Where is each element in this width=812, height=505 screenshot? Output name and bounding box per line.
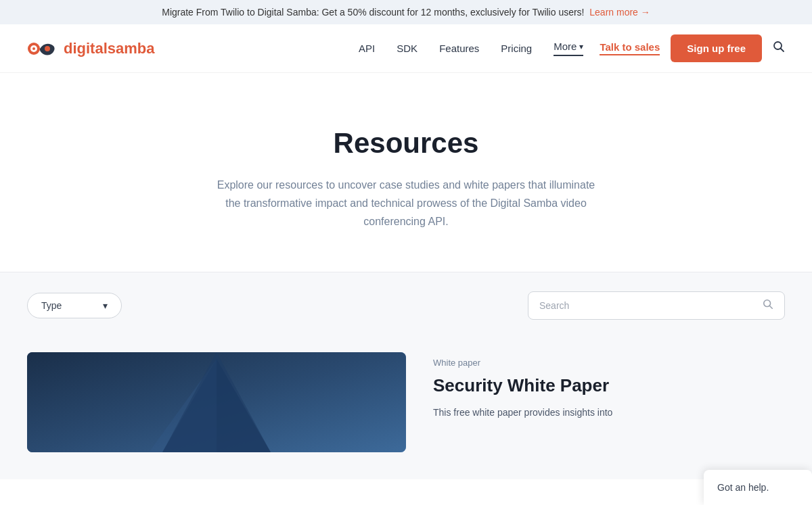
nav-item-api[interactable]: API [359, 43, 375, 54]
talk-to-sales-link[interactable]: Talk to sales [600, 41, 660, 55]
card-content: White paper Security White Paper This fr… [433, 352, 785, 420]
signup-button[interactable]: Sign up free [671, 34, 762, 62]
nav-item-more[interactable]: More ▾ [554, 41, 583, 56]
card-tag: White paper [433, 358, 785, 368]
type-label: Type [41, 300, 62, 311]
card-description: This free white paper provides insights … [433, 405, 785, 420]
svg-point-2 [32, 47, 35, 50]
svg-point-3 [45, 46, 50, 51]
announcement-banner: Migrate From Twilio to Digital Samba: Ge… [0, 0, 812, 24]
logo[interactable]: digitalsamba [27, 39, 155, 58]
svg-line-7 [769, 306, 772, 308]
content-section: White paper Security White Paper This fr… [0, 339, 812, 479]
svg-rect-8 [27, 352, 406, 452]
navbar: digitalsamba API SDK Features Pricing Mo… [0, 24, 812, 73]
type-dropdown[interactable]: Type ▾ [27, 293, 122, 318]
svg-line-5 [781, 49, 784, 52]
nav-item-pricing[interactable]: Pricing [501, 43, 532, 54]
svg-marker-9 [162, 359, 271, 452]
chat-widget[interactable]: Got an help. [704, 470, 812, 479]
dropdown-chevron-icon: ▾ [103, 300, 108, 311]
filter-section: Type ▾ [0, 272, 812, 339]
banner-text: Migrate From Twilio to Digital Samba: Ge… [162, 7, 584, 18]
logo-icon [27, 39, 57, 58]
nav-links: API SDK Features Pricing More ▾ [359, 41, 583, 56]
search-icon[interactable] [763, 299, 773, 312]
hero-description: Explore our resources to uncover case st… [217, 176, 595, 231]
logo-text: digitalsamba [64, 40, 155, 57]
nav-item-sdk[interactable]: SDK [397, 43, 418, 54]
search-icon[interactable] [773, 41, 785, 56]
search-box [528, 291, 785, 320]
hero-section: Resources Explore our resources to uncov… [0, 73, 812, 272]
card-image-svg [27, 352, 406, 452]
search-input[interactable] [539, 300, 757, 311]
banner-link[interactable]: Learn more → [589, 7, 650, 18]
card-title: Security White Paper [433, 375, 785, 398]
card-image [27, 352, 406, 452]
nav-item-features[interactable]: Features [439, 43, 479, 54]
chevron-down-icon: ▾ [579, 42, 583, 51]
page-title: Resources [27, 127, 785, 160]
